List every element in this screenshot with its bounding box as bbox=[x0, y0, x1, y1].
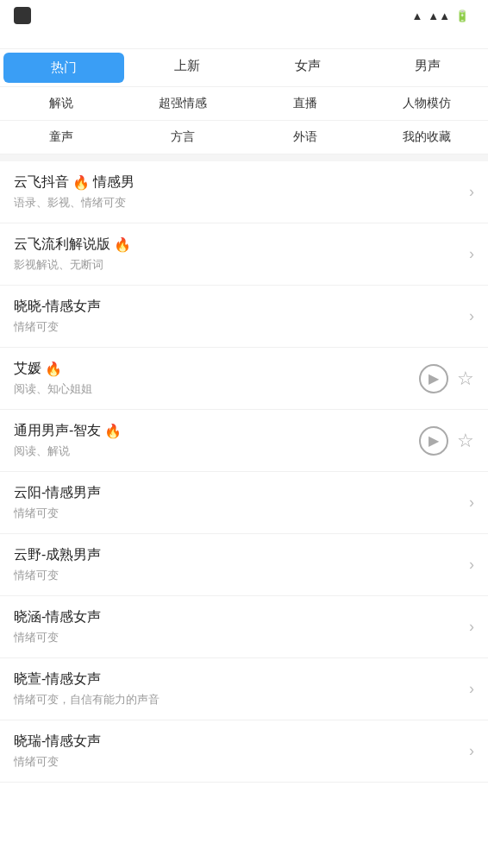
list-item-actions-6: › bbox=[469, 556, 474, 574]
chevron-icon-1[interactable]: › bbox=[469, 245, 474, 263]
list-item-8[interactable]: 晓萱-情感女声情绪可变，自信有能力的声音› bbox=[0, 658, 488, 720]
tag-童声[interactable]: 童声 bbox=[0, 121, 122, 154]
list-item-title-9: 晓瑞-情感女声 bbox=[14, 733, 469, 751]
fire-icon-3: 🔥 bbox=[45, 361, 62, 377]
header bbox=[0, 31, 488, 49]
list-item-content-4: 通用男声-智友 🔥阅读、解说 bbox=[14, 422, 419, 459]
chevron-icon-0[interactable]: › bbox=[469, 183, 474, 201]
list-item-subtitle-5: 情绪可变 bbox=[14, 506, 469, 521]
voice-list: 云飞抖音🔥情感男语录、影视、情绪可变›云飞流利解说版 🔥影视解说、无断词›晓晓-… bbox=[0, 161, 488, 783]
list-item-content-0: 云飞抖音🔥情感男语录、影视、情绪可变 bbox=[14, 173, 469, 211]
list-item-subtitle-9: 情绪可变 bbox=[14, 754, 469, 770]
tag-我的收藏[interactable]: 我的收藏 bbox=[366, 121, 489, 154]
chevron-icon-8[interactable]: › bbox=[469, 680, 474, 698]
section-divider bbox=[0, 154, 488, 161]
tab-上新[interactable]: 上新 bbox=[128, 49, 248, 86]
list-item-2[interactable]: 晓晓-情感女声情绪可变› bbox=[0, 286, 488, 348]
list-item-title-1: 云飞流利解说版 🔥 bbox=[14, 236, 469, 254]
star-button-4[interactable]: ☆ bbox=[457, 430, 474, 452]
list-item-title-4: 通用男声-智友 🔥 bbox=[14, 422, 419, 440]
tag-超强情感[interactable]: 超强情感 bbox=[122, 87, 245, 120]
list-item-title-6: 云野-成熟男声 bbox=[14, 546, 469, 564]
play-button-3[interactable]: ▶ bbox=[419, 364, 448, 393]
chevron-icon-9[interactable]: › bbox=[469, 742, 474, 760]
list-item-title-0: 云飞抖音🔥情感男 bbox=[14, 173, 469, 192]
list-item-actions-3: ▶☆ bbox=[419, 364, 474, 393]
list-item-content-3: 艾媛 🔥阅读、知心姐姐 bbox=[14, 360, 419, 397]
app-icon bbox=[14, 7, 31, 24]
status-bar: ▲ ▲▲ 🔋 bbox=[0, 0, 488, 31]
play-button-4[interactable]: ▶ bbox=[419, 426, 448, 456]
list-item-subtitle-6: 情绪可变 bbox=[14, 568, 469, 583]
list-item-content-7: 晓涵-情感女声情绪可变 bbox=[14, 608, 469, 645]
chevron-icon-2[interactable]: › bbox=[469, 307, 474, 325]
status-right: ▲ ▲▲ 🔋 bbox=[411, 9, 474, 22]
tag-人物模仿[interactable]: 人物模仿 bbox=[366, 87, 489, 120]
list-item-actions-2: › bbox=[469, 307, 474, 325]
list-item-actions-4: ▶☆ bbox=[419, 426, 474, 456]
list-item-title-3: 艾媛 🔥 bbox=[14, 360, 419, 378]
list-item-content-2: 晓晓-情感女声情绪可变 bbox=[14, 298, 469, 335]
tags-row-2: 童声方言外语我的收藏 bbox=[0, 121, 488, 154]
fire-icon-0: 🔥 bbox=[72, 174, 90, 191]
list-item-4[interactable]: 通用男声-智友 🔥阅读、解说▶☆ bbox=[0, 410, 488, 472]
list-item-actions-9: › bbox=[469, 742, 474, 760]
list-item-subtitle-7: 情绪可变 bbox=[14, 630, 469, 645]
list-item-content-1: 云飞流利解说版 🔥影视解说、无断词 bbox=[14, 236, 469, 273]
list-item-subtitle-8: 情绪可变，自信有能力的声音 bbox=[14, 692, 469, 708]
tab-女声[interactable]: 女声 bbox=[247, 49, 368, 86]
list-item-actions-0: › bbox=[469, 183, 474, 201]
list-item-subtitle-2: 情绪可变 bbox=[14, 319, 469, 335]
list-item-subtitle-4: 阅读、解说 bbox=[14, 443, 419, 459]
tab-热门[interactable]: 热门 bbox=[3, 53, 124, 83]
list-item-content-5: 云阳-情感男声情绪可变 bbox=[14, 484, 469, 521]
tab-男声[interactable]: 男声 bbox=[368, 49, 489, 86]
star-button-3[interactable]: ☆ bbox=[457, 368, 474, 390]
fire-icon-1: 🔥 bbox=[114, 236, 131, 253]
chevron-icon-6[interactable]: › bbox=[469, 556, 474, 574]
list-item-3[interactable]: 艾媛 🔥阅读、知心姐姐▶☆ bbox=[0, 348, 488, 410]
signal-icon: ▲▲ bbox=[428, 9, 450, 22]
tag-解说[interactable]: 解说 bbox=[0, 87, 122, 120]
list-item-subtitle-1: 影视解说、无断词 bbox=[14, 257, 469, 273]
tags-row-1: 解说超强情感直播人物模仿 bbox=[0, 87, 488, 121]
list-item-title-2: 晓晓-情感女声 bbox=[14, 298, 469, 316]
tag-直播[interactable]: 直播 bbox=[244, 87, 366, 120]
list-item-actions-1: › bbox=[469, 245, 474, 263]
chevron-icon-7[interactable]: › bbox=[469, 618, 474, 636]
tag-方言[interactable]: 方言 bbox=[122, 121, 245, 154]
tabs-row: 热门上新女声男声 bbox=[0, 49, 488, 87]
list-item-subtitle-0: 语录、影视、情绪可变 bbox=[14, 195, 469, 211]
list-item-0[interactable]: 云飞抖音🔥情感男语录、影视、情绪可变› bbox=[0, 161, 488, 223]
wifi-icon: ▲ bbox=[411, 9, 422, 22]
tag-外语[interactable]: 外语 bbox=[244, 121, 366, 154]
list-item-subtitle-3: 阅读、知心姐姐 bbox=[14, 381, 419, 397]
fire-icon-4: 🔥 bbox=[104, 423, 122, 439]
list-item-title-8: 晓萱-情感女声 bbox=[14, 670, 469, 689]
list-item-content-9: 晓瑞-情感女声情绪可变 bbox=[14, 733, 469, 770]
chevron-icon-5[interactable]: › bbox=[469, 494, 474, 512]
list-item-9[interactable]: 晓瑞-情感女声情绪可变› bbox=[0, 720, 488, 783]
list-item-actions-5: › bbox=[469, 494, 474, 512]
list-item-title-7: 晓涵-情感女声 bbox=[14, 608, 469, 626]
list-item-title-5: 云阳-情感男声 bbox=[14, 484, 469, 502]
battery-icon: 🔋 bbox=[455, 9, 469, 22]
list-item-content-6: 云野-成熟男声情绪可变 bbox=[14, 546, 469, 583]
list-item-1[interactable]: 云飞流利解说版 🔥影视解说、无断词› bbox=[0, 223, 488, 286]
list-item-content-8: 晓萱-情感女声情绪可变，自信有能力的声音 bbox=[14, 670, 469, 708]
list-item-actions-8: › bbox=[469, 680, 474, 698]
list-item-6[interactable]: 云野-成熟男声情绪可变› bbox=[0, 534, 488, 596]
list-item-7[interactable]: 晓涵-情感女声情绪可变› bbox=[0, 596, 488, 658]
list-item-actions-7: › bbox=[469, 618, 474, 636]
list-item-5[interactable]: 云阳-情感男声情绪可变› bbox=[0, 472, 488, 534]
